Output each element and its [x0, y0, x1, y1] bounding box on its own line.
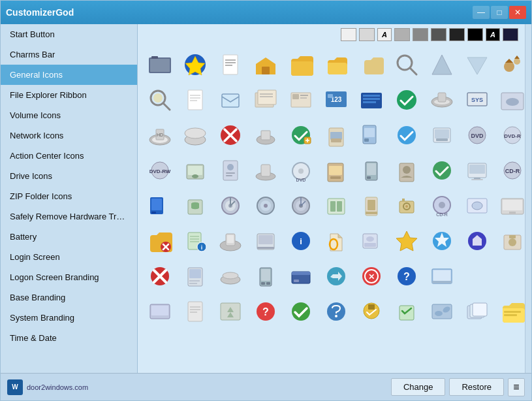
icon-cell[interactable]: [178, 48, 212, 82]
icon-cell[interactable]: [460, 189, 494, 223]
icon-cell[interactable]: [178, 83, 212, 117]
icon-cell[interactable]: [319, 48, 353, 82]
color-swatch-5[interactable]: [431, 28, 446, 41]
sidebar-item-start-button[interactable]: Start Button: [1, 24, 137, 44]
menu-button[interactable]: ≡: [508, 378, 525, 396]
icon-cell[interactable]: [460, 295, 494, 329]
color-swatch-6[interactable]: [449, 28, 465, 41]
sidebar-item-charms-bar[interactable]: Charms Bar: [1, 44, 137, 65]
icon-cell[interactable]: i: [178, 224, 212, 258]
icon-cell[interactable]: [213, 189, 247, 223]
icon-cell[interactable]: ✕: [354, 259, 388, 293]
icon-cell[interactable]: [495, 83, 525, 117]
icon-cell[interactable]: [284, 48, 318, 82]
icon-cell[interactable]: [425, 224, 459, 258]
icon-cell[interactable]: [178, 295, 212, 329]
icon-cell[interactable]: [178, 259, 212, 293]
color-swatch-8[interactable]: [503, 28, 518, 41]
icon-cell[interactable]: [354, 83, 388, 117]
icon-cell[interactable]: [390, 118, 424, 152]
icon-cell[interactable]: [213, 118, 247, 152]
color-swatch-4[interactable]: [413, 28, 428, 41]
icon-cell[interactable]: [425, 118, 459, 152]
icon-cell[interactable]: DVD-R: [495, 118, 525, 152]
icon-cell[interactable]: [354, 153, 388, 187]
icon-cell[interactable]: [213, 83, 247, 117]
close-button[interactable]: ✕: [509, 6, 526, 19]
sidebar-item-system-branding[interactable]: System Branding: [1, 308, 137, 328]
icon-cell[interactable]: [390, 83, 424, 117]
sidebar-item-logon-screen-branding[interactable]: Logon Screen Branding: [1, 267, 137, 287]
icon-cell[interactable]: [390, 189, 424, 223]
icon-cell[interactable]: SYS: [460, 83, 494, 117]
icon-cell[interactable]: [284, 83, 318, 117]
icon-cell[interactable]: [390, 153, 424, 187]
icon-cell[interactable]: [249, 224, 283, 258]
color-swatch-7[interactable]: [467, 28, 483, 41]
icon-cell[interactable]: [213, 259, 247, 293]
color-swatch-1[interactable]: [341, 28, 356, 41]
icon-cell[interactable]: CD-R: [425, 189, 459, 223]
icon-cell[interactable]: [319, 259, 353, 293]
icon-cell[interactable]: [495, 48, 525, 82]
icon-cell[interactable]: [143, 48, 177, 82]
icon-cell[interactable]: [354, 224, 388, 258]
icon-cell[interactable]: [354, 295, 388, 329]
icon-cell[interactable]: [354, 118, 388, 152]
icon-cell[interactable]: [178, 153, 212, 187]
icon-cell[interactable]: [249, 189, 283, 223]
icon-cell[interactable]: [319, 295, 353, 329]
icon-cell[interactable]: DVD-RW: [143, 153, 177, 187]
maximize-button[interactable]: □: [491, 6, 508, 19]
icon-cell[interactable]: [284, 295, 318, 329]
icon-cell[interactable]: i: [284, 224, 318, 258]
icon-cell[interactable]: [213, 224, 247, 258]
icon-cell[interactable]: [425, 153, 459, 187]
icon-cell[interactable]: [425, 83, 459, 117]
icon-cell[interactable]: HD: [143, 118, 177, 152]
scrollbar[interactable]: [525, 24, 531, 373]
icon-cell[interactable]: [249, 83, 283, 117]
icon-cell[interactable]: DVD: [284, 153, 318, 187]
sidebar-item-general-icons[interactable]: General Icons: [1, 65, 137, 85]
icon-cell[interactable]: [319, 189, 353, 223]
icon-cell[interactable]: [319, 224, 353, 258]
color-swatch-2[interactable]: [359, 28, 375, 41]
minimize-button[interactable]: —: [473, 6, 490, 19]
icon-cell[interactable]: [390, 295, 424, 329]
icon-cell[interactable]: [143, 83, 177, 117]
icon-cell[interactable]: [460, 48, 494, 82]
color-label-2[interactable]: A: [486, 28, 500, 41]
icon-cell[interactable]: [460, 153, 494, 187]
icon-cell[interactable]: [354, 189, 388, 223]
sidebar-item-drive-icons[interactable]: Drive Icons: [1, 166, 137, 186]
icon-cell[interactable]: [143, 189, 177, 223]
icon-cell[interactable]: [425, 259, 459, 293]
icon-cell[interactable]: [284, 189, 318, 223]
sidebar-item-battery[interactable]: Battery: [1, 227, 137, 247]
icon-cell[interactable]: [495, 295, 525, 329]
icon-cell[interactable]: [178, 118, 212, 152]
icon-cell[interactable]: [284, 118, 318, 152]
icon-cell[interactable]: [425, 295, 459, 329]
icon-cell[interactable]: [495, 189, 525, 223]
icon-cell[interactable]: [249, 118, 283, 152]
icon-cell[interactable]: [143, 224, 177, 258]
sidebar-item-network-icons[interactable]: Network Icons: [1, 125, 137, 146]
sidebar-item-zip-folder-icons[interactable]: ZIP Folder Icons: [1, 186, 137, 206]
icon-cell[interactable]: CD-R: [495, 153, 525, 187]
icon-cell[interactable]: [354, 48, 388, 82]
icon-cell[interactable]: [495, 224, 525, 258]
restore-button[interactable]: Restore: [449, 378, 504, 396]
icon-cell[interactable]: [178, 189, 212, 223]
icon-cell[interactable]: [249, 48, 283, 82]
icon-cell[interactable]: [249, 259, 283, 293]
icon-cell[interactable]: [249, 153, 283, 187]
color-label-1[interactable]: A: [377, 28, 392, 41]
icon-cell[interactable]: [284, 259, 318, 293]
color-swatch-3[interactable]: [394, 28, 410, 41]
icon-cell[interactable]: DVD: [460, 118, 494, 152]
icon-cell[interactable]: ?: [249, 295, 283, 329]
sidebar-item-base-branding[interactable]: Base Branding: [1, 287, 137, 308]
icon-cell[interactable]: [425, 48, 459, 82]
